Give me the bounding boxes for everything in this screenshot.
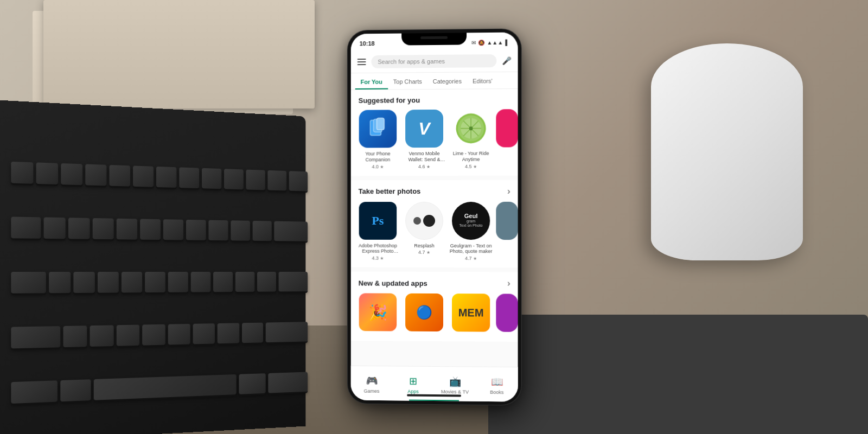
nav-item-apps[interactable]: ⊞ Apps	[392, 371, 434, 397]
keyboard	[0, 100, 305, 434]
new-updated-section: New & updated apps › 🎉	[351, 272, 518, 342]
key	[156, 167, 176, 188]
phone-notch	[401, 33, 467, 45]
phone-device: 10:18 ✉ 🔕 ▲▲▲ ▌	[348, 29, 521, 405]
app-item-photoshop[interactable]: Ps Adobe Photoshop Express Photo Edi... …	[356, 202, 399, 261]
app-item-geulgram[interactable]: Geul gram Text on Photo Geulgram - Text …	[449, 202, 493, 261]
key	[186, 220, 206, 240]
svg-rect-2	[376, 118, 384, 130]
phone-inner: 10:18 ✉ 🔕 ▲▲▲ ▌	[351, 32, 518, 401]
resplash-large-dot	[423, 215, 435, 227]
key	[267, 170, 286, 191]
key	[213, 272, 233, 292]
app-item-orange[interactable]: 🔵	[403, 293, 446, 335]
photos-arrow-icon[interactable]: ›	[507, 186, 510, 196]
microphone-icon[interactable]: 🎤	[502, 56, 511, 65]
key	[36, 162, 58, 184]
resplash-rating: 4.7 ★	[403, 250, 446, 255]
key-row-2	[11, 201, 308, 255]
key-row-1	[11, 146, 308, 205]
key	[73, 272, 94, 293]
geulgram-name: Geulgram - Text on Photo, quote maker	[449, 243, 493, 255]
key	[61, 163, 82, 185]
key-row-3	[11, 257, 308, 309]
key	[242, 323, 263, 343]
silent-icon: 🔕	[478, 40, 484, 46]
photoshop-icon: Ps	[359, 202, 397, 240]
nav-item-games[interactable]: 🎮 Games	[351, 371, 392, 397]
star-icon: ★	[473, 256, 477, 261]
felt-mat	[488, 315, 868, 434]
phone-speaker	[420, 36, 448, 39]
key	[110, 165, 131, 187]
section-header-suggested: Suggested for you	[351, 95, 518, 110]
app-item-partial-2	[496, 201, 518, 261]
mem-logo-text: MEM	[458, 307, 484, 319]
key	[168, 272, 188, 292]
key	[60, 380, 91, 402]
key	[266, 322, 308, 342]
section-title-suggested: Suggested for you	[359, 96, 420, 105]
key	[253, 221, 272, 241]
status-time: 10:18	[360, 40, 375, 47]
status-icons: ✉ 🔕 ▲▲▲ ▌	[471, 39, 509, 46]
app-item-venmo[interactable]: V Venmo Mobile Wallet: Send & Re... 4.6 …	[403, 110, 446, 169]
key	[168, 324, 190, 345]
nav-item-movies[interactable]: 📺 Movies & TV	[434, 371, 476, 397]
venmo-icon: V	[405, 110, 443, 148]
section-header-new: New & updated apps ›	[351, 278, 518, 294]
app-item-resplash[interactable]: Resplash 4.7 ★	[403, 202, 446, 261]
hamburger-menu-icon[interactable]	[358, 59, 366, 65]
partial-icon-1	[496, 109, 518, 147]
partial-icon-2	[496, 201, 518, 239]
key-row-4	[11, 308, 308, 363]
key	[63, 326, 87, 347]
party-icon: 🎉	[359, 293, 397, 331]
key	[68, 218, 90, 239]
photos-apps-row: Ps Adobe Photoshop Express Photo Edi... …	[351, 201, 518, 261]
tab-editors[interactable]: Editors'	[467, 72, 498, 88]
tab-bar: For You Top Charts Categories Editors'	[351, 72, 518, 90]
key	[208, 220, 228, 240]
key	[142, 324, 165, 346]
partial-icon-3	[496, 294, 518, 332]
key	[97, 272, 118, 293]
geulgram-icon: Geul gram Text on Photo	[452, 202, 490, 240]
search-input[interactable]: Search for apps & games	[371, 54, 496, 68]
books-nav-label: Books	[490, 390, 503, 395]
search-bar[interactable]: Search for apps & games 🎤	[351, 50, 518, 74]
resplash-name: Resplash	[403, 243, 446, 249]
new-arrow-icon[interactable]: ›	[507, 279, 510, 289]
svg-point-10	[469, 126, 473, 130]
battery-icon: ▌	[505, 39, 509, 45]
nav-active-indicator	[409, 400, 459, 401]
app-item-mem[interactable]: MEM	[449, 293, 493, 335]
key	[133, 165, 154, 187]
key	[193, 323, 215, 344]
photoshop-rating: 4.3 ★	[356, 256, 399, 261]
movies-nav-icon: 📺	[449, 375, 461, 387]
app-item-phone-companion[interactable]: Your Phone Companion 4.0 ★	[356, 110, 399, 169]
books-nav-icon: 📖	[491, 376, 503, 388]
key	[235, 272, 254, 292]
suggested-apps-row: Your Phone Companion 4.0 ★ V	[351, 109, 518, 169]
lime-svg	[455, 112, 487, 144]
nav-item-books[interactable]: 📖 Books	[476, 372, 518, 398]
phone-wrapper: 10:18 ✉ 🔕 ▲▲▲ ▌	[348, 29, 521, 405]
key	[49, 272, 71, 293]
key	[202, 168, 221, 188]
key	[116, 325, 139, 346]
tab-top-charts[interactable]: Top Charts	[388, 73, 427, 89]
star-icon: ★	[380, 164, 384, 169]
app-item-lime[interactable]: Lime - Your Ride Anytime 4.5 ★	[449, 109, 493, 169]
key-row-5	[11, 359, 308, 419]
key	[145, 272, 165, 292]
headphone-stand	[651, 43, 803, 260]
key	[11, 381, 58, 404]
tab-for-you[interactable]: For You	[355, 73, 388, 90]
key-space	[93, 374, 236, 400]
app-item-party[interactable]: 🎉	[356, 293, 399, 335]
signal-icon: ▲▲▲	[487, 39, 503, 45]
orange-emoji: 🔵	[416, 305, 432, 320]
tab-categories[interactable]: Categories	[427, 73, 467, 90]
